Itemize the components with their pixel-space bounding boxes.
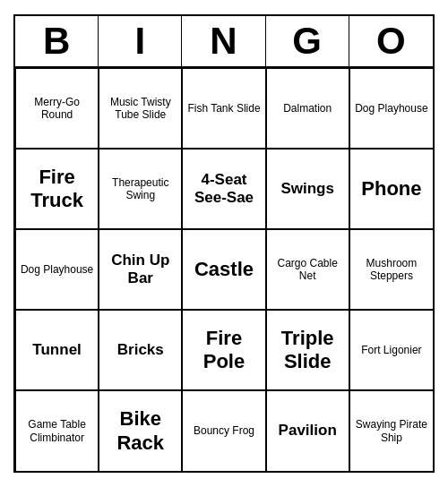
header-letter: N <box>182 16 265 66</box>
cell-label: 4-Seat See-Sae <box>186 171 261 208</box>
bingo-cell: Dog Playhouse <box>349 68 433 149</box>
bingo-cell: Fire Pole <box>182 310 265 390</box>
bingo-card: BINGO Merry-Go RoundMusic Twisty Tube Sl… <box>13 14 435 473</box>
bingo-cell: Chin Up Bar <box>99 229 182 310</box>
cell-label: Merry-Go Round <box>20 96 94 122</box>
bingo-cell: Fort Ligonier <box>349 310 433 390</box>
cell-label: Fort Ligonier <box>361 344 421 356</box>
bingo-cell: Merry-Go Round <box>15 68 99 149</box>
cell-label: Bouncy Frog <box>194 424 254 437</box>
bingo-cell: Dalmation <box>266 68 349 149</box>
bingo-cell: Fish Tank Slide <box>182 68 265 149</box>
bingo-cell: 4-Seat See-Sae <box>182 149 265 229</box>
cell-label: Bike Rack <box>103 407 177 455</box>
bingo-cell: Therapeutic Swing <box>99 149 182 229</box>
bingo-cell: Swings <box>266 149 349 229</box>
bingo-header: BINGO <box>15 16 433 68</box>
cell-label: Pavilion <box>279 422 337 440</box>
cell-label: Tunnel <box>32 341 81 359</box>
bingo-cell: Castle <box>182 229 265 310</box>
bingo-grid: Merry-Go RoundMusic Twisty Tube SlideFis… <box>15 68 433 471</box>
cell-label: Swaying Pirate Ship <box>354 418 429 444</box>
cell-label: Bricks <box>117 341 164 359</box>
cell-label: Castle <box>194 258 254 281</box>
header-letter: G <box>266 16 349 66</box>
cell-label: Chin Up Bar <box>103 252 177 288</box>
cell-label: Fire Pole <box>186 327 261 374</box>
bingo-cell: Game Table Climbinator <box>15 390 99 471</box>
cell-label: Fire Truck <box>20 166 94 213</box>
bingo-cell: Music Twisty Tube Slide <box>99 68 182 149</box>
header-letter: B <box>15 16 99 66</box>
cell-label: Fish Tank Slide <box>187 102 260 115</box>
bingo-cell: Cargo Cable Net <box>266 229 349 310</box>
cell-label: Phone <box>361 177 421 201</box>
bingo-cell: Dog Playhouse <box>15 229 99 310</box>
cell-label: Therapeutic Swing <box>103 176 177 202</box>
cell-label: Cargo Cable Net <box>271 257 345 283</box>
cell-label: Triple Slide <box>271 327 345 374</box>
bingo-cell: Bricks <box>99 310 182 390</box>
bingo-cell: Bike Rack <box>99 390 182 471</box>
cell-label: Dog Playhouse <box>355 102 427 115</box>
bingo-cell: Bouncy Frog <box>182 390 265 471</box>
bingo-cell: Tunnel <box>15 310 99 390</box>
header-letter: O <box>349 16 433 66</box>
bingo-cell: Phone <box>349 149 433 229</box>
bingo-cell: Swaying Pirate Ship <box>349 390 433 471</box>
header-letter: I <box>99 16 182 66</box>
cell-label: Mushroom Steppers <box>354 257 429 283</box>
cell-label: Dog Playhouse <box>21 263 93 276</box>
cell-label: Swings <box>280 180 334 198</box>
cell-label: Dalmation <box>283 102 332 115</box>
bingo-cell: Pavilion <box>266 390 349 471</box>
bingo-cell: Triple Slide <box>266 310 349 390</box>
cell-label: Music Twisty Tube Slide <box>103 96 177 122</box>
bingo-cell: Mushroom Steppers <box>349 229 433 310</box>
bingo-cell: Fire Truck <box>15 149 99 229</box>
cell-label: Game Table Climbinator <box>20 418 94 444</box>
